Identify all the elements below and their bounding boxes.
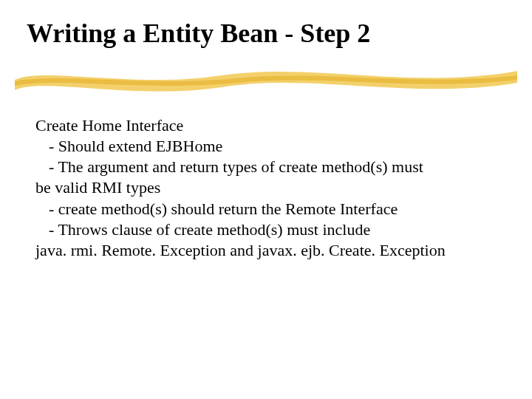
bullet-line: - Throws clause of create method(s) must… <box>35 219 497 240</box>
wrap-line: java. rmi. Remote. Exception and javax. … <box>35 240 497 261</box>
slide-title: Writing a Entity Bean - Step 2 <box>27 19 370 49</box>
body-text: Create Home Interface - Should extend EJ… <box>35 115 497 261</box>
bullet-line: - Should extend EJBHome <box>35 136 497 157</box>
slide: Writing a Entity Bean - Step 2 Create Ho… <box>0 0 532 399</box>
lead-line: Create Home Interface <box>35 115 497 136</box>
bullet-line: - create method(s) should return the Rem… <box>35 199 497 219</box>
brush-underline-icon <box>0 58 532 102</box>
wrap-line: be valid RMI types <box>35 177 497 198</box>
bullet-line: - The argument and return types of creat… <box>35 157 497 177</box>
